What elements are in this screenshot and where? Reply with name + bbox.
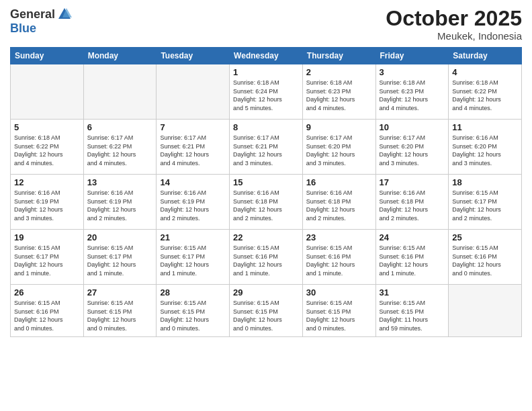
day-info: Sunrise: 6:15 AM Sunset: 6:17 PM Dayligh… xyxy=(87,244,153,277)
day-info: Sunrise: 6:15 AM Sunset: 6:16 PM Dayligh… xyxy=(14,299,80,332)
day-cell: 19Sunrise: 6:15 AM Sunset: 6:17 PM Dayli… xyxy=(11,230,84,285)
logo-general: General xyxy=(10,7,55,21)
day-cell: 1Sunrise: 6:18 AM Sunset: 6:24 PM Daylig… xyxy=(230,64,303,120)
day-info: Sunrise: 6:15 AM Sunset: 6:17 PM Dayligh… xyxy=(160,244,226,277)
day-number: 29 xyxy=(233,287,299,298)
day-number: 10 xyxy=(380,122,445,132)
day-number: 18 xyxy=(452,177,518,187)
day-number: 15 xyxy=(233,177,299,187)
day-number: 6 xyxy=(87,122,153,132)
day-info: Sunrise: 6:18 AM Sunset: 6:22 PM Dayligh… xyxy=(14,134,80,167)
day-number: 8 xyxy=(233,122,299,132)
day-cell: 22Sunrise: 6:15 AM Sunset: 6:16 PM Dayli… xyxy=(230,230,303,285)
day-info: Sunrise: 6:17 AM Sunset: 6:20 PM Dayligh… xyxy=(380,134,445,167)
title-block: October 2025 Meukek, Indonesia xyxy=(386,7,522,42)
week-row-1: 5Sunrise: 6:18 AM Sunset: 6:22 PM Daylig… xyxy=(11,120,522,175)
page: General Blue October 2025 Meukek, Indone… xyxy=(0,0,532,411)
day-cell: 23Sunrise: 6:15 AM Sunset: 6:16 PM Dayli… xyxy=(302,230,375,285)
header-monday: Monday xyxy=(83,48,157,64)
day-info: Sunrise: 6:18 AM Sunset: 6:23 PM Dayligh… xyxy=(380,79,445,112)
day-cell: 12Sunrise: 6:16 AM Sunset: 6:19 PM Dayli… xyxy=(11,175,84,230)
day-info: Sunrise: 6:15 AM Sunset: 6:16 PM Dayligh… xyxy=(306,244,372,277)
location: Meukek, Indonesia xyxy=(386,30,522,42)
day-cell: 7Sunrise: 6:17 AM Sunset: 6:21 PM Daylig… xyxy=(157,120,230,175)
day-number: 5 xyxy=(14,122,80,132)
week-row-2: 12Sunrise: 6:16 AM Sunset: 6:19 PM Dayli… xyxy=(11,175,522,230)
day-info: Sunrise: 6:15 AM Sunset: 6:16 PM Dayligh… xyxy=(233,244,299,277)
day-cell: 18Sunrise: 6:15 AM Sunset: 6:17 PM Dayli… xyxy=(449,175,522,230)
day-cell: 11Sunrise: 6:16 AM Sunset: 6:20 PM Dayli… xyxy=(449,120,522,175)
day-info: Sunrise: 6:18 AM Sunset: 6:24 PM Dayligh… xyxy=(233,79,299,112)
day-number: 23 xyxy=(306,232,372,242)
day-cell: 4Sunrise: 6:18 AM Sunset: 6:22 PM Daylig… xyxy=(449,64,522,120)
logo-text: General Blue xyxy=(10,7,72,36)
day-cell: 5Sunrise: 6:18 AM Sunset: 6:22 PM Daylig… xyxy=(11,120,84,175)
day-number: 31 xyxy=(380,287,445,298)
day-number: 27 xyxy=(87,287,153,298)
day-cell: 10Sunrise: 6:17 AM Sunset: 6:20 PM Dayli… xyxy=(375,120,449,175)
day-number: 19 xyxy=(14,232,80,242)
day-number: 7 xyxy=(160,122,226,132)
day-info: Sunrise: 6:15 AM Sunset: 6:15 PM Dayligh… xyxy=(160,299,226,332)
day-number: 30 xyxy=(306,287,372,298)
day-cell xyxy=(157,64,230,120)
day-number: 13 xyxy=(87,177,153,187)
day-cell: 31Sunrise: 6:15 AM Sunset: 6:15 PM Dayli… xyxy=(375,285,449,337)
header-sunday: Sunday xyxy=(11,48,84,64)
logo-blue: Blue xyxy=(10,21,36,35)
day-info: Sunrise: 6:15 AM Sunset: 6:15 PM Dayligh… xyxy=(306,299,372,332)
week-row-0: 1Sunrise: 6:18 AM Sunset: 6:24 PM Daylig… xyxy=(11,64,522,120)
month-title: October 2025 xyxy=(386,7,522,30)
day-cell: 14Sunrise: 6:16 AM Sunset: 6:19 PM Dayli… xyxy=(157,175,230,230)
day-number: 16 xyxy=(306,177,372,187)
day-cell: 3Sunrise: 6:18 AM Sunset: 6:23 PM Daylig… xyxy=(375,64,449,120)
week-row-4: 26Sunrise: 6:15 AM Sunset: 6:16 PM Dayli… xyxy=(11,285,522,337)
day-cell: 9Sunrise: 6:17 AM Sunset: 6:20 PM Daylig… xyxy=(302,120,375,175)
day-cell: 6Sunrise: 6:17 AM Sunset: 6:22 PM Daylig… xyxy=(83,120,157,175)
logo: General Blue xyxy=(10,7,72,36)
day-info: Sunrise: 6:18 AM Sunset: 6:22 PM Dayligh… xyxy=(452,79,518,112)
header-saturday: Saturday xyxy=(449,48,522,64)
calendar: Sunday Monday Tuesday Wednesday Thursday… xyxy=(10,47,522,337)
day-cell: 29Sunrise: 6:15 AM Sunset: 6:15 PM Dayli… xyxy=(230,285,303,337)
day-cell: 13Sunrise: 6:16 AM Sunset: 6:19 PM Dayli… xyxy=(83,175,157,230)
day-number: 25 xyxy=(452,232,518,242)
day-info: Sunrise: 6:16 AM Sunset: 6:19 PM Dayligh… xyxy=(87,189,153,222)
day-number: 12 xyxy=(14,177,80,187)
header-wednesday: Wednesday xyxy=(230,48,303,64)
day-info: Sunrise: 6:17 AM Sunset: 6:20 PM Dayligh… xyxy=(306,134,372,167)
day-cell xyxy=(11,64,84,120)
day-cell: 17Sunrise: 6:16 AM Sunset: 6:18 PM Dayli… xyxy=(375,175,449,230)
day-info: Sunrise: 6:16 AM Sunset: 6:19 PM Dayligh… xyxy=(14,189,80,222)
day-cell: 20Sunrise: 6:15 AM Sunset: 6:17 PM Dayli… xyxy=(83,230,157,285)
day-number: 4 xyxy=(452,67,518,77)
day-cell: 21Sunrise: 6:15 AM Sunset: 6:17 PM Dayli… xyxy=(157,230,230,285)
day-cell: 25Sunrise: 6:15 AM Sunset: 6:16 PM Dayli… xyxy=(449,230,522,285)
day-info: Sunrise: 6:15 AM Sunset: 6:15 PM Dayligh… xyxy=(380,299,445,332)
day-info: Sunrise: 6:17 AM Sunset: 6:21 PM Dayligh… xyxy=(233,134,299,167)
day-cell: 2Sunrise: 6:18 AM Sunset: 6:23 PM Daylig… xyxy=(302,64,375,120)
day-info: Sunrise: 6:15 AM Sunset: 6:16 PM Dayligh… xyxy=(380,244,445,277)
day-number: 28 xyxy=(160,287,226,298)
header-tuesday: Tuesday xyxy=(157,48,230,64)
day-number: 2 xyxy=(306,67,372,77)
day-info: Sunrise: 6:16 AM Sunset: 6:18 PM Dayligh… xyxy=(233,189,299,222)
week-row-3: 19Sunrise: 6:15 AM Sunset: 6:17 PM Dayli… xyxy=(11,230,522,285)
day-number: 20 xyxy=(87,232,153,242)
day-info: Sunrise: 6:16 AM Sunset: 6:20 PM Dayligh… xyxy=(452,134,518,167)
day-info: Sunrise: 6:16 AM Sunset: 6:19 PM Dayligh… xyxy=(160,189,226,222)
day-info: Sunrise: 6:16 AM Sunset: 6:18 PM Dayligh… xyxy=(380,189,445,222)
day-info: Sunrise: 6:15 AM Sunset: 6:15 PM Dayligh… xyxy=(87,299,153,332)
day-cell: 15Sunrise: 6:16 AM Sunset: 6:18 PM Dayli… xyxy=(230,175,303,230)
day-cell xyxy=(449,285,522,337)
day-number: 24 xyxy=(380,232,445,242)
day-info: Sunrise: 6:15 AM Sunset: 6:16 PM Dayligh… xyxy=(452,244,518,277)
day-cell: 8Sunrise: 6:17 AM Sunset: 6:21 PM Daylig… xyxy=(230,120,303,175)
weekday-header-row: Sunday Monday Tuesday Wednesday Thursday… xyxy=(11,48,522,64)
day-number: 3 xyxy=(380,67,445,77)
day-info: Sunrise: 6:17 AM Sunset: 6:22 PM Dayligh… xyxy=(87,134,153,167)
header-friday: Friday xyxy=(375,48,449,64)
day-number: 14 xyxy=(160,177,226,187)
day-cell: 30Sunrise: 6:15 AM Sunset: 6:15 PM Dayli… xyxy=(302,285,375,337)
day-number: 17 xyxy=(380,177,445,187)
